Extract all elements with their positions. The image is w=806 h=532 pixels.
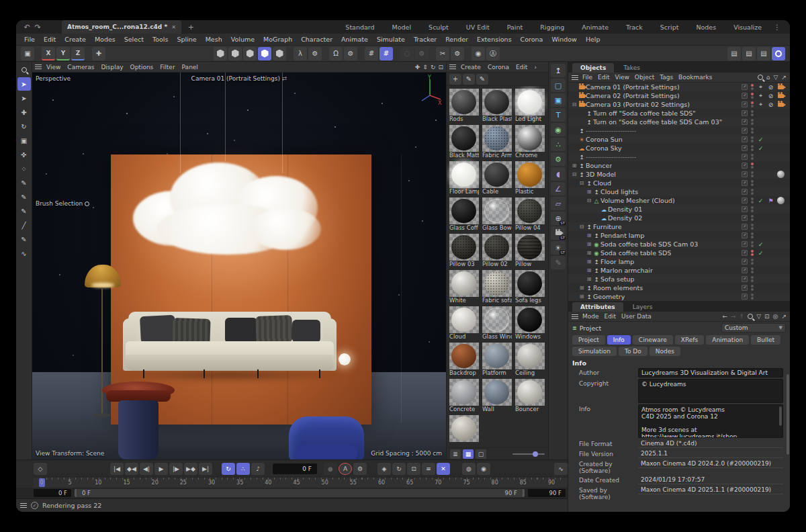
material-tile[interactable]: Pillow 03 <box>449 234 479 268</box>
edit-toggle[interactable] <box>742 163 748 169</box>
attributes-menu-edit[interactable]: Edit <box>602 313 619 320</box>
current-frame-field[interactable]: 0 F <box>273 463 317 474</box>
tree-expander[interactable]: ⊞ <box>578 285 585 291</box>
scene-globe-icon[interactable]: ⊕ST <box>551 212 566 225</box>
tab-layers[interactable]: Layers <box>625 302 661 312</box>
material-tile[interactable]: Ceiling <box>515 343 545 377</box>
viewport-menu-display[interactable]: Display <box>97 63 126 71</box>
visibility-dots[interactable] <box>750 163 754 169</box>
material-tile[interactable]: Glass Winc <box>482 306 512 341</box>
visibility-dots[interactable] <box>750 224 754 230</box>
axis-tool[interactable]: ✚ <box>92 47 105 60</box>
pla-button[interactable]: ∴ <box>236 463 250 475</box>
autokey-toggle[interactable]: Ⓐ <box>486 47 500 60</box>
material-menu-corona[interactable]: Corona <box>484 63 512 71</box>
split-tool[interactable]: ✂ <box>436 47 449 60</box>
tree-expander[interactable]: ⊞ <box>571 163 578 169</box>
viewport-menu-view[interactable]: View <box>43 63 64 71</box>
split-settings[interactable]: ⚙ <box>451 47 464 60</box>
menu-spline[interactable]: Spline <box>173 34 200 44</box>
new-window-icon[interactable]: ↗ <box>781 74 787 81</box>
preview-size-slider[interactable] <box>512 453 545 455</box>
prev-key-button[interactable]: ◆◀ <box>125 463 138 475</box>
tree-row[interactable]: ⊟Camera 03 (Portrait 02 Settings)⌖⊘ <box>568 100 790 109</box>
redo-icon[interactable]: ↷ <box>32 23 43 32</box>
visibility-dots[interactable] <box>750 93 754 99</box>
objects-menu-bookmarks[interactable]: Bookmarks <box>676 74 715 81</box>
menu-help[interactable]: Help <box>582 34 604 44</box>
viewport-burger-icon[interactable] <box>35 64 42 69</box>
tree-expander[interactable]: ⊞ <box>586 189 592 195</box>
metaball-icon[interactable]: ∴ <box>551 138 566 151</box>
field-icon[interactable]: ◉ <box>551 123 566 136</box>
menu-simulate[interactable]: Simulate <box>373 34 409 44</box>
workspace-tab-uv-edit[interactable]: UV Edit <box>458 22 498 32</box>
up-icon[interactable]: ↑ <box>740 313 745 320</box>
tree-expander[interactable]: ⊟ <box>578 224 585 230</box>
material-tile[interactable]: Black Plast <box>482 89 512 123</box>
spline-square-icon[interactable]: ▢ <box>551 79 566 92</box>
material-tile[interactable]: Rods <box>449 89 479 123</box>
visibility-dots[interactable] <box>750 215 754 221</box>
workspace-tab-nodes[interactable]: Nodes <box>688 22 724 32</box>
key-pla-toggle[interactable]: ✕ <box>437 463 450 475</box>
corona-vfb-button[interactable] <box>772 47 785 60</box>
visibility-dots[interactable] <box>750 267 754 273</box>
menu-tools[interactable]: Tools <box>148 34 172 44</box>
visibility-dots[interactable] <box>750 136 754 142</box>
material-tile[interactable]: Wall <box>482 379 512 413</box>
material-tile[interactable]: Black Matt <box>449 125 479 159</box>
chip-animation[interactable]: Animation <box>706 335 749 345</box>
chip-project[interactable]: Project <box>572 335 605 345</box>
tree-expander[interactable]: ⊞ <box>586 250 592 256</box>
material-menu-create[interactable]: Create <box>457 63 484 71</box>
key-position-toggle[interactable]: ◈ <box>377 463 391 475</box>
sound-button[interactable]: ♪ <box>251 463 265 475</box>
tab-attributes[interactable]: Attributes <box>572 302 623 312</box>
menu-corona[interactable]: Corona <box>517 34 547 44</box>
viewport-menu-filter[interactable]: Filter <box>156 63 178 71</box>
dolly-view-icon[interactable]: ⇕ <box>422 64 428 71</box>
material-tile[interactable]: Fabric sofa <box>482 270 512 304</box>
cluster-move-tool[interactable]: ⁘ <box>17 162 31 175</box>
orbit-view-icon[interactable]: ↻ <box>431 64 436 71</box>
tree-row[interactable]: ⊟↥3D Model <box>568 170 790 179</box>
spline-pen-tool[interactable]: ✎ <box>17 176 31 189</box>
viewport-layout-button[interactable]: ▣ <box>21 47 34 60</box>
edit-toggle[interactable] <box>742 241 748 247</box>
tweak-tool[interactable]: ➤ <box>17 91 31 105</box>
tree-row[interactable]: ↥Turn on "Soda coffee table SDS Cam 03" <box>568 118 790 126</box>
y-axis-lock[interactable]: Y <box>56 47 70 60</box>
mode-edges[interactable] <box>228 47 242 60</box>
tree-expander[interactable]: ⊞ <box>578 294 585 300</box>
menu-tracker[interactable]: Tracker <box>410 34 441 44</box>
menu-create[interactable]: Create <box>60 34 90 44</box>
mode-points[interactable] <box>214 47 227 60</box>
menu-select[interactable]: Select <box>120 34 148 44</box>
workspace-tab-rigging[interactable]: Rigging <box>532 22 572 32</box>
visibility-dots[interactable] <box>750 232 754 238</box>
x-axis-lock[interactable]: X <box>42 47 55 60</box>
render-picture-viewer-button[interactable]: ▤ <box>742 47 756 60</box>
menu-animate[interactable]: Animate <box>337 34 372 44</box>
edit-toggle[interactable] <box>742 101 748 107</box>
field-input[interactable]: Lucydreams 3D Visualization & Digital Ar… <box>638 368 783 378</box>
menu-mesh[interactable]: Mesh <box>202 34 226 44</box>
material-tile[interactable]: Cable <box>482 161 512 195</box>
edit-toggle[interactable] <box>742 180 748 186</box>
viewport-menu-cameras[interactable]: Cameras <box>64 63 97 71</box>
record-button[interactable]: ● <box>324 463 337 475</box>
chip-info[interactable]: Info <box>607 335 631 345</box>
visibility-dots[interactable] <box>750 250 754 256</box>
search-icon[interactable] <box>748 314 753 319</box>
edit-toggle[interactable] <box>742 285 748 291</box>
solo-on-button[interactable]: ◉ <box>477 463 490 475</box>
menu-character[interactable]: Character <box>297 34 337 44</box>
tree-expander[interactable]: ⊞ <box>586 276 592 282</box>
edit-toggle[interactable] <box>742 197 748 204</box>
viewport-canvas[interactable]: Perspective Camera 01 (Portrait Settings… <box>32 73 446 459</box>
slider-thumb[interactable] <box>533 451 538 457</box>
attributes-scrollbar[interactable] <box>787 374 789 455</box>
visibility-dots[interactable] <box>750 154 754 160</box>
edit-toggle[interactable] <box>742 128 748 134</box>
